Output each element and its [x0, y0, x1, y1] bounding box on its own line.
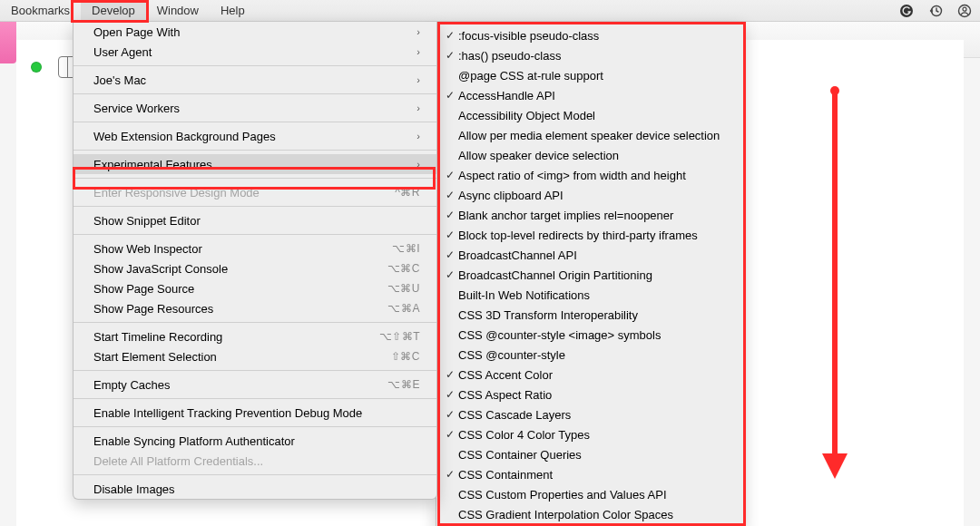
menu-item[interactable]: Empty Caches⌥⌘E — [74, 375, 436, 394]
submenu-item-label: :focus-visible pseudo-class — [458, 29, 730, 43]
submenu-item[interactable]: CSS @counter-style <image> symbols — [436, 325, 743, 345]
checkmark-icon: ✓ — [442, 189, 458, 201]
menu-separator — [74, 206, 436, 207]
menu-item-label: Enable Intelligent Tracking Prevention D… — [93, 406, 420, 420]
submenu-item[interactable]: CSS Gradient Interpolation Color Spaces — [436, 504, 743, 524]
submenu-item[interactable]: ✓AccessHandle API — [436, 85, 743, 105]
submenu-item[interactable]: ✓Blank anchor target implies rel=noopene… — [436, 205, 743, 225]
menu-item[interactable]: Web Extension Background Pages› — [74, 126, 436, 146]
submenu-item[interactable]: ✓Block top-level redirects by third-part… — [436, 225, 743, 245]
menu-item-label: Web Extension Background Pages — [93, 130, 409, 143]
checkmark-icon: ✓ — [442, 268, 458, 281]
submenu-item[interactable]: @page CSS at-rule support — [436, 65, 743, 85]
account-icon[interactable] — [956, 3, 973, 19]
menu-item-label: Joe's Mac — [93, 73, 409, 87]
submenu-item[interactable]: ✓CSS Aspect Ratio — [436, 385, 743, 404]
submenu-item-label: AccessHandle API — [458, 89, 730, 102]
submenu-item-label: CSS Cascade Layers — [458, 408, 730, 422]
checkmark-icon: ✓ — [442, 368, 458, 381]
menu-item-shortcut: ^⌘R — [395, 186, 420, 199]
menu-item-shortcut: ⌥⌘I — [392, 242, 420, 255]
menubar-item-develop[interactable]: Develop — [81, 0, 146, 21]
menu-item[interactable]: Show Page Source⌥⌘U — [74, 278, 436, 298]
submenu-item[interactable]: ✓:focus-visible pseudo-class — [436, 25, 743, 45]
checkmark-icon: ✓ — [442, 229, 458, 241]
menu-item-label: Disable Images — [93, 482, 420, 496]
menu-item: Enter Responsive Design Mode^⌘R — [74, 182, 436, 202]
submenu-item-label: Allow speaker device selection — [458, 149, 730, 162]
checkmark-icon: ✓ — [442, 29, 458, 42]
submenu-item[interactable]: CSS 3D Transform Interoperability — [436, 305, 743, 325]
submenu-item[interactable]: ✓Async clipboard API — [436, 185, 743, 205]
menu-item-label: Show Snippet Editor — [93, 214, 420, 228]
menu-item[interactable]: Open Page With› — [74, 22, 436, 42]
menu-item[interactable]: Enable Intelligent Tracking Prevention D… — [74, 403, 436, 423]
submenu-item-label: CSS Color 4 Color Types — [458, 428, 730, 442]
submenu-item-label: Built-In Web Notifications — [458, 288, 730, 302]
submenu-item[interactable]: ✓Aspect ratio of <img> from width and he… — [436, 165, 743, 185]
submenu-item[interactable]: Allow per media element speaker device s… — [436, 125, 743, 145]
menu-item[interactable]: Experimental Features› — [74, 154, 436, 174]
traffic-light-green[interactable] — [31, 62, 42, 73]
menu-item[interactable]: Start Timeline Recording⌥⇧⌘T — [74, 326, 436, 346]
submenu-item[interactable]: ✓CSS Color 4 Color Types — [436, 424, 743, 444]
experimental-features-submenu: ✓:focus-visible pseudo-class✓:has() pseu… — [436, 22, 744, 526]
checkmark-icon: ✓ — [442, 209, 458, 221]
submenu-item-label: CSS Containment — [458, 468, 730, 482]
history-icon[interactable] — [927, 3, 944, 19]
menu-item[interactable]: Joe's Mac› — [74, 70, 436, 90]
menubar-item-bookmarks[interactable]: Bookmarks — [0, 0, 81, 21]
menu-item[interactable]: Show JavaScript Console⌥⌘C — [74, 258, 436, 278]
menu-item[interactable]: Show Web Inspector⌥⌘I — [74, 239, 436, 258]
submenu-item-label: CSS Custom Properties and Values API — [458, 488, 730, 502]
menu-separator — [74, 65, 436, 66]
menu-item-label: Show JavaScript Console — [93, 262, 387, 276]
submenu-item-label: CSS @counter-style <image> symbols — [458, 328, 730, 342]
submenu-item[interactable]: Allow speaker device selection — [436, 145, 743, 165]
submenu-item-label: CSS Accent Color — [458, 368, 730, 382]
menu-item[interactable]: Enable Syncing Platform Authenticator — [74, 431, 436, 451]
submenu-item[interactable]: CSS @counter-style — [436, 345, 743, 365]
submenu-item[interactable]: ✓BroadcastChannel API — [436, 245, 743, 265]
menu-item[interactable]: Service Workers› — [74, 98, 436, 118]
checkmark-icon: ✓ — [442, 248, 458, 261]
submenu-item[interactable]: ✓:has() pseudo-class — [436, 45, 743, 65]
menubar-item-help[interactable]: Help — [210, 0, 256, 21]
grammarly-icon[interactable] — [898, 3, 915, 19]
submenu-item-label: Block top-level redirects by third-party… — [458, 229, 730, 242]
menu-item[interactable]: Show Snippet Editor — [74, 210, 436, 230]
submenu-item[interactable]: ✓CSS Containment — [436, 464, 743, 484]
chevron-right-icon: › — [416, 26, 420, 37]
submenu-item[interactable]: ✓BroadcastChannel Origin Partitioning — [436, 265, 743, 285]
submenu-item[interactable]: Built-In Web Notifications — [436, 285, 743, 305]
menu-item[interactable]: Start Element Selection⇧⌘C — [74, 346, 436, 366]
menu-item-label: Enable Syncing Platform Authenticator — [93, 434, 420, 448]
chevron-right-icon: › — [416, 159, 420, 170]
submenu-item-label: CSS @counter-style — [458, 348, 730, 362]
menu-item[interactable]: User Agent› — [74, 42, 436, 62]
svg-marker-6 — [822, 453, 848, 479]
menu-item: Delete All Platform Credentials... — [74, 451, 436, 471]
menu-item-label: Start Element Selection — [93, 350, 391, 364]
submenu-item[interactable]: ✓CSS Accent Color — [436, 365, 743, 385]
menu-separator — [74, 322, 436, 323]
submenu-item[interactable]: Accessibility Object Model — [436, 105, 743, 125]
menubar-status-area — [898, 0, 973, 22]
submenu-item[interactable]: ✓CSS Cascade Layers — [436, 404, 743, 424]
menu-item-shortcut: ⌥⌘U — [387, 282, 420, 295]
submenu-item-label: CSS Container Queries — [458, 448, 730, 462]
submenu-item[interactable]: CSS Container Queries — [436, 444, 743, 464]
submenu-item[interactable]: CSS Custom Properties and Values API — [436, 484, 743, 504]
menu-item-label: User Agent — [93, 45, 409, 59]
menubar-item-window[interactable]: Window — [146, 0, 210, 21]
checkmark-icon: ✓ — [442, 89, 458, 102]
menu-item-label: Show Page Source — [93, 282, 387, 296]
menu-item[interactable]: Disable Images — [74, 479, 436, 499]
submenu-item-label: Aspect ratio of <img> from width and hei… — [458, 169, 730, 182]
checkmark-icon: ✓ — [442, 468, 458, 481]
menu-item-label: Enter Responsive Design Mode — [93, 186, 395, 200]
menu-item-shortcut: ⌥⌘E — [387, 378, 420, 391]
submenu-item-label: BroadcastChannel Origin Partitioning — [458, 268, 730, 282]
menu-item[interactable]: Show Page Resources⌥⌘A — [74, 298, 436, 318]
checkmark-icon: ✓ — [442, 388, 458, 401]
